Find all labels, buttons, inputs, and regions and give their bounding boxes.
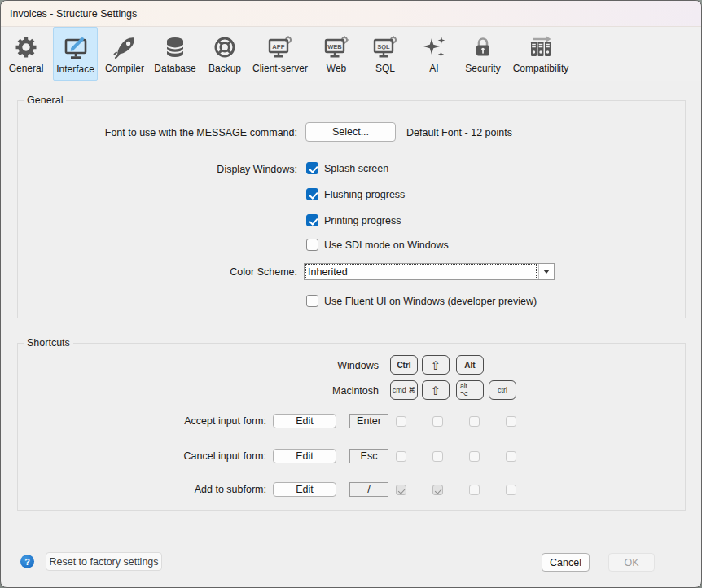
help-icon[interactable]: ?	[20, 555, 34, 568]
toolbar-item-compiler[interactable]: Compiler	[102, 27, 147, 81]
flushing-progress-option[interactable]: Flushing progress	[306, 188, 405, 200]
toolbar-item-web[interactable]: WEB Web	[319, 27, 353, 81]
chevron-down-icon[interactable]	[538, 264, 554, 279]
splash-screen-option[interactable]: Splash screen	[306, 162, 388, 174]
cancel-mod-ctrl-checkbox	[396, 451, 406, 462]
subform-mod-shift-checkbox	[432, 485, 443, 495]
display-windows-label: Display Windows:	[18, 163, 297, 176]
toolbar-label-web: Web	[327, 63, 346, 74]
database-icon	[162, 33, 188, 61]
structure-settings-window: Invoices - Structure Settings General	[0, 0, 702, 588]
keycap-shift-windows: ⇧	[422, 355, 450, 375]
cancel-mod-macctrl-checkbox	[506, 451, 516, 462]
color-scheme-value: Inherited	[306, 265, 536, 279]
flushing-progress-label: Flushing progress	[324, 189, 405, 200]
general-group: General Font to use with the MESSAGE com…	[17, 100, 686, 318]
flushing-progress-checkbox[interactable]	[306, 188, 318, 200]
toolbar-label-client-server: Client-server	[252, 63, 308, 74]
macintosh-platform-label: Macintosh	[18, 384, 379, 397]
sql-monitor-text: SQL	[377, 43, 390, 50]
printing-progress-label: Printing progress	[324, 215, 401, 226]
web-monitor-text: WEB	[327, 43, 342, 50]
window-title: Invoices - Structure Settings	[10, 8, 137, 20]
toolbar-item-ai[interactable]: AI	[422, 27, 446, 81]
subform-edit-button[interactable]: Edit	[273, 482, 336, 497]
toolbar-item-backup[interactable]: Backup	[205, 27, 244, 81]
toolbar-item-security[interactable]: Security	[462, 27, 504, 81]
app-monitor-text: APP	[272, 43, 284, 50]
sdi-mode-label: Use SDI mode on Windows	[324, 239, 449, 251]
font-current-value: Default Font - 12 points	[406, 126, 512, 139]
subform-key-display: /	[349, 482, 388, 497]
lock-icon	[470, 33, 496, 61]
shortcuts-group-legend: Shortcuts	[24, 337, 73, 349]
cancel-mod-shift-checkbox	[432, 451, 443, 462]
windows-platform-label: Windows	[18, 359, 379, 372]
shortcuts-group: Shortcuts Windows Ctrl ⇧ Alt Macintosh c…	[17, 343, 686, 511]
accept-edit-button[interactable]: Edit	[273, 414, 336, 428]
sql-monitor-gear-icon: SQL	[371, 33, 399, 61]
subform-mod-ctrl-checkbox	[396, 485, 406, 495]
toolbar-item-compatibility[interactable]: Compatibility	[511, 27, 571, 81]
splash-screen-checkbox[interactable]	[306, 162, 318, 174]
rocket-icon	[112, 33, 138, 61]
keycap-ctrl-windows: Ctrl	[390, 355, 418, 375]
fluent-ui-checkbox[interactable]	[306, 295, 318, 307]
general-group-legend: General	[24, 94, 66, 106]
monitor-pencil-icon	[62, 34, 90, 62]
toolbar-label-backup: Backup	[208, 63, 241, 74]
keycap-ctrl-mac: ctrl	[489, 380, 516, 400]
lifebuoy-icon	[212, 33, 238, 61]
cancel-key-display: Esc	[349, 449, 388, 463]
toolbar-label-ai: AI	[429, 63, 438, 74]
cancel-edit-button[interactable]: Edit	[273, 449, 336, 463]
toolbar-label-database: Database	[154, 63, 195, 74]
splash-screen-label: Splash screen	[324, 163, 388, 174]
accept-mod-macctrl-checkbox	[506, 416, 516, 427]
binders-arrow-icon	[527, 33, 555, 61]
accept-mod-ctrl-checkbox	[396, 416, 406, 427]
fluent-ui-label: Use Fluent UI on Windows (developer prev…	[324, 296, 537, 307]
sdi-mode-checkbox[interactable]	[306, 239, 318, 251]
printing-progress-option[interactable]: Printing progress	[306, 214, 401, 226]
add-to-subform-label: Add to subform:	[18, 483, 266, 496]
color-scheme-label: Color Scheme:	[18, 265, 297, 279]
toolbar-label-sql: SQL	[375, 63, 395, 74]
toolbar-item-interface[interactable]: Interface	[53, 27, 98, 81]
color-scheme-dropdown[interactable]: Inherited	[304, 263, 555, 280]
sdi-mode-option[interactable]: Use SDI mode on Windows	[306, 239, 449, 251]
keycap-alt-windows: Alt	[456, 355, 484, 375]
printing-progress-checkbox[interactable]	[306, 214, 318, 226]
toolbar-label-security: Security	[465, 63, 500, 74]
reset-factory-settings-button[interactable]: Reset to factory settings	[46, 552, 162, 571]
gear-icon	[13, 33, 39, 61]
toolbar-item-general[interactable]: General	[7, 27, 45, 81]
toolbar-label-compatibility: Compatibility	[513, 63, 569, 74]
accept-mod-alt-checkbox	[469, 416, 480, 427]
accept-key-display: Enter	[349, 414, 388, 428]
cancel-button[interactable]: Cancel	[542, 553, 590, 572]
toolbar-label-interface: Interface	[56, 64, 94, 75]
ok-button[interactable]: OK	[608, 553, 655, 572]
cancel-mod-alt-checkbox	[469, 451, 480, 462]
keycap-cmd-mac: cmd ⌘	[390, 380, 418, 400]
web-monitor-gear-icon: WEB	[322, 33, 350, 61]
subform-mod-alt-checkbox	[469, 485, 480, 495]
message-font-label: Font to use with the MESSAGE command:	[18, 126, 297, 139]
toolbar-item-sql[interactable]: SQL SQL	[369, 27, 401, 81]
font-select-button[interactable]: Select...	[305, 122, 396, 142]
window-titlebar[interactable]: Invoices - Structure Settings	[1, 1, 701, 27]
accept-mod-shift-checkbox	[432, 416, 443, 427]
toolbar-item-client-server[interactable]: APP Client-server	[248, 27, 313, 81]
toolbar-label-compiler: Compiler	[105, 63, 144, 74]
app-monitor-gear-icon: APP	[266, 33, 294, 61]
accept-input-form-label: Accept input form:	[18, 415, 266, 428]
keycap-shift-mac: ⇧	[422, 380, 450, 400]
subform-mod-macctrl-checkbox	[506, 485, 516, 495]
keycap-option-mac: alt⌥	[456, 380, 484, 400]
sparkles-icon	[421, 33, 447, 61]
fluent-ui-option[interactable]: Use Fluent UI on Windows (developer prev…	[306, 295, 537, 307]
toolbar-item-database[interactable]: Database	[151, 27, 199, 81]
cancel-input-form-label: Cancel input form:	[18, 450, 266, 463]
settings-toolbar: General Interface	[1, 27, 701, 81]
